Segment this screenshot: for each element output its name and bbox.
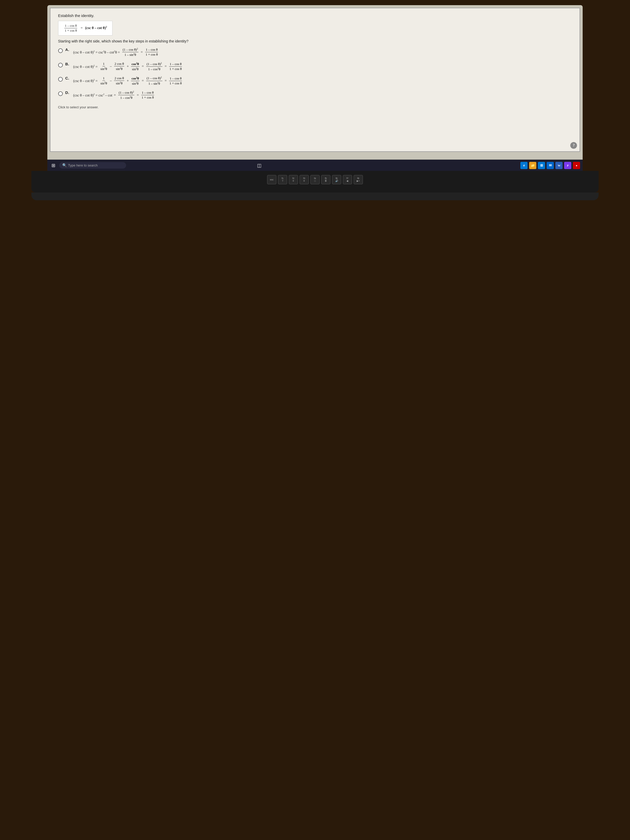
store-app[interactable]: ⊞ xyxy=(538,162,545,169)
f7-key[interactable]: f7◀ xyxy=(343,175,352,184)
f5-key[interactable]: f5≣ xyxy=(321,175,330,184)
options-container: A. (csc θ – cot θ)2 = csc2θ – cot2θ = (1… xyxy=(58,47,572,100)
option-a-math: (csc θ – cot θ)2 = csc2θ – cot2θ = (1 – … xyxy=(73,47,159,57)
f4-key[interactable]: f4□ xyxy=(310,175,320,184)
red-app[interactable]: ● xyxy=(573,162,580,169)
f8-key[interactable]: f8▶+ xyxy=(354,175,363,184)
question-title: Establish the identity. xyxy=(58,13,572,18)
radio-a[interactable] xyxy=(58,48,63,53)
purple-app[interactable]: P xyxy=(564,162,571,169)
option-a[interactable]: A. (csc θ – cot θ)2 = csc2θ – cot2θ = (1… xyxy=(58,47,572,57)
option-b[interactable]: B. (csc θ – cot θ)2 = 1 sin2θ – 2 cos θ … xyxy=(58,62,572,71)
f2-key[interactable]: f2✳ xyxy=(289,175,298,184)
word-app[interactable]: W xyxy=(555,162,562,169)
mail-app[interactable]: ✉ xyxy=(546,162,554,169)
option-d-label: D. xyxy=(65,90,69,95)
option-a-label: A. xyxy=(65,47,69,52)
option-c-label: C. xyxy=(65,76,69,80)
radio-c[interactable] xyxy=(58,77,63,82)
edge-app[interactable]: e xyxy=(520,162,527,169)
esc-key[interactable]: esc xyxy=(267,175,276,184)
keyboard: esc f1? f2✳ f3✳ f4□ f5≣ f6🔊 f7◀ f8▶+ xyxy=(32,171,598,193)
radio-b[interactable] xyxy=(58,63,63,68)
taskbar-center: ◫ xyxy=(256,162,263,169)
taskbar-right: e 📁 ⊞ ✉ W P ● xyxy=(520,162,580,169)
f3-key[interactable]: f3✳ xyxy=(300,175,309,184)
help-button[interactable]: ? xyxy=(570,142,577,149)
f6-key[interactable]: f6🔊 xyxy=(332,175,341,184)
prompt-text: Starting with the right side, which show… xyxy=(58,39,572,43)
option-b-math: (csc θ – cot θ)2 = 1 sin2θ – 2 cos θ sin… xyxy=(73,62,183,71)
search-placeholder: Type here to search xyxy=(68,163,98,167)
option-b-label: B. xyxy=(65,62,69,66)
f1-key[interactable]: f1? xyxy=(278,175,287,184)
function-key-row: esc f1? f2✳ f3✳ f4□ f5≣ f6🔊 f7◀ f8▶+ xyxy=(36,175,593,184)
taskview-button[interactable]: ◫ xyxy=(256,162,263,169)
radio-d[interactable] xyxy=(58,92,63,96)
laptop-body xyxy=(32,193,598,200)
search-bar[interactable]: 🔍 Type here to search xyxy=(59,162,126,169)
option-d-math: (csc θ – cot θ)2 = csc2 – cot = (1 – cos… xyxy=(73,90,155,100)
search-icon: 🔍 xyxy=(62,163,67,167)
option-c[interactable]: C. (csc θ – cot θ)2 = 1 sin2θ – 2 cos θ … xyxy=(58,76,572,86)
main-identity: 1 – cos θ 1 + cos θ = (csc θ – cot θ)2 xyxy=(58,21,112,36)
option-c-math: (csc θ – cot θ)2 = 1 sin2θ – 2 cos θ sin… xyxy=(73,76,183,86)
taskbar: ⊞ 🔍 Type here to search ◫ e 📁 ⊞ ✉ W P ● xyxy=(47,159,583,171)
folder-app[interactable]: 📁 xyxy=(529,162,536,169)
click-hint: Click to select your answer. xyxy=(58,105,572,109)
option-d[interactable]: D. (csc θ – cot θ)2 = csc2 – cot = (1 – … xyxy=(58,90,572,100)
start-button[interactable]: ⊞ xyxy=(50,162,57,169)
